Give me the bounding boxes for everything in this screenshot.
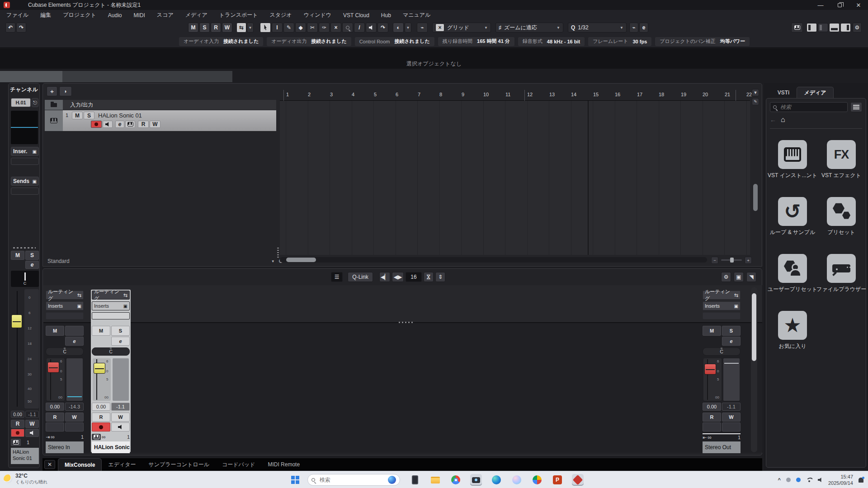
split-tool[interactable]: ✂ <box>307 23 318 33</box>
channel-id-field[interactable]: H.01 <box>11 98 31 107</box>
close-lower-zone-button[interactable]: ✕ <box>44 460 55 469</box>
strip-solo-button[interactable]: S <box>722 326 741 336</box>
inserts-bypass-icon[interactable]: ▣ <box>123 304 127 309</box>
qlink-button[interactable]: Q-Link <box>348 272 373 282</box>
tray-update-icon[interactable] <box>796 478 801 482</box>
routing-rack[interactable]: ルーティング⇆ <box>703 291 741 300</box>
zoom-slider[interactable] <box>721 259 742 261</box>
insert-slot[interactable] <box>703 312 741 319</box>
strip-write-button[interactable]: W <box>65 413 84 422</box>
powerpoint-icon[interactable]: P <box>552 474 563 486</box>
timeline-ruler[interactable]: 1 2 3 4 5 6 7 8 9 10 11 12 13 14 15 16 1… <box>280 89 750 101</box>
tab-media[interactable]: メディア <box>797 87 834 99</box>
inspector-fader-cap[interactable] <box>11 314 22 328</box>
tracklist-divider-handle[interactable] <box>277 248 279 258</box>
strip-fader-cap[interactable] <box>94 363 105 374</box>
autoscroll-button[interactable]: ⇆ <box>236 23 246 33</box>
onscreen-keyboard-button[interactable] <box>791 23 803 33</box>
strip-read-button[interactable]: R <box>703 413 721 422</box>
inspector-gain-value[interactable]: 0.00 <box>11 411 24 418</box>
tab-mixconsole[interactable]: MixConsole <box>58 458 102 471</box>
track-instrument-button[interactable] <box>125 121 135 128</box>
project-cursor[interactable] <box>588 101 589 255</box>
toggle-lower-zone-button[interactable] <box>829 23 840 32</box>
track-record-button[interactable] <box>91 121 102 128</box>
copilot-icon[interactable] <box>511 474 523 486</box>
media-tile-presets[interactable] <box>827 197 856 226</box>
restore-button[interactable] <box>830 0 849 10</box>
routing-rack[interactable]: ルーティング⇆ <box>46 291 84 300</box>
taskbar-search-box[interactable] <box>307 474 400 486</box>
track-solo-button[interactable]: S <box>84 112 94 119</box>
inspector-solo-button[interactable]: S <box>25 251 39 260</box>
zoom-out-button[interactable]: − <box>711 257 718 264</box>
menu-vst-cloud[interactable]: VST Cloud <box>343 12 369 19</box>
channel-name[interactable]: HALion Sonic 01 <box>92 441 130 453</box>
strip-pan-control[interactable]: C <box>703 347 741 356</box>
browser-profile-icon[interactable] <box>531 474 543 486</box>
strip-pan-control[interactable]: C <box>92 347 130 356</box>
strip-write-button[interactable]: W <box>722 413 741 422</box>
quantize-panel-button[interactable]: e <box>639 23 648 33</box>
strip-mute-button[interactable]: M <box>92 326 110 336</box>
track-mute-button[interactable]: M <box>72 112 83 119</box>
vertical-scrollbar[interactable]: ▼ ✎ <box>752 89 759 256</box>
snap-dropdown-icon[interactable]: ▼ <box>484 26 488 30</box>
reset-width-button[interactable]: ◀▏ <box>379 272 390 282</box>
strip-read-button[interactable]: R <box>46 413 64 422</box>
draw-tool[interactable]: ✎ <box>283 23 294 33</box>
visibility-preset-value[interactable]: Standard <box>47 258 70 264</box>
add-track-button[interactable]: ＋ <box>47 86 57 96</box>
strip-gain-value[interactable]: 0.00 <box>92 403 110 411</box>
strip-monitor-button[interactable] <box>111 422 130 432</box>
routing-rack[interactable]: ルーティング⇆ <box>92 291 130 300</box>
iterative-quantize-button[interactable]: ⌁ <box>629 23 638 33</box>
media-tile-favorites[interactable]: ★ <box>778 311 807 340</box>
menu-studio[interactable]: スタジオ <box>270 11 292 19</box>
menu-audio[interactable]: Audio <box>108 12 122 19</box>
inspector-mute-button[interactable]: M <box>11 251 24 260</box>
mute-all-button[interactable]: M <box>188 23 198 33</box>
phone-link-icon[interactable] <box>409 474 421 486</box>
object-selection-tool[interactable] <box>260 23 271 33</box>
ruler-options-button[interactable]: ▼ <box>752 89 759 96</box>
strip-gain-value[interactable]: 0.00 <box>46 403 64 411</box>
erase-tool[interactable]: ◆ <box>295 23 306 33</box>
cubase-taskbar-icon[interactable] <box>572 474 584 486</box>
inserts-bypass-icon[interactable]: ▣ <box>33 149 37 154</box>
strip-edit-button[interactable]: e <box>722 337 741 346</box>
vertical-scroll-thumb[interactable] <box>753 184 758 211</box>
rack-fader-divider[interactable] <box>43 322 762 323</box>
media-tile-vst-effects[interactable]: FX <box>827 140 856 169</box>
inspector-record-button[interactable] <box>11 429 24 437</box>
strip-gain-value[interactable]: 0.00 <box>703 403 721 411</box>
instrument-track-row[interactable]: 1 M S HALion Sonic 01 e R W <box>45 110 276 131</box>
taskbar-search-input[interactable] <box>319 476 373 483</box>
inspector-pan-control[interactable]: C <box>11 271 39 287</box>
file-explorer-icon[interactable] <box>429 474 441 486</box>
zoom-in-button[interactable]: ＋ <box>745 257 752 264</box>
wifi-icon[interactable] <box>806 478 812 482</box>
close-button[interactable]: ✕ <box>849 0 868 10</box>
strip-mute-button[interactable]: M <box>46 326 64 336</box>
track-name[interactable]: HALion Sonic 01 <box>98 112 142 119</box>
tab-editor[interactable]: エディター <box>102 458 142 471</box>
tray-chevron-icon[interactable]: ^ <box>778 477 781 483</box>
snapshot-button[interactable]: ▣ <box>734 272 744 282</box>
strip-pan-control[interactable]: C <box>46 347 84 356</box>
taskbar-weather-widget[interactable]: 32°C くもりのち晴れ <box>4 473 47 485</box>
media-tile-user-presets[interactable] <box>778 254 807 283</box>
line-tool[interactable]: / <box>354 23 365 33</box>
snap-button[interactable]: × <box>435 23 444 32</box>
tray-status-icon[interactable] <box>786 478 791 482</box>
zoom-palette-button[interactable]: ⇕ <box>435 272 445 282</box>
color-dropdown[interactable]: ▼ <box>405 23 411 33</box>
strip-write-button[interactable]: W <box>111 413 130 422</box>
sends-bypass-icon[interactable]: ▣ <box>33 179 37 184</box>
range-selection-tool[interactable]: I <box>272 23 283 33</box>
menu-transport[interactable]: トランスポート <box>219 11 258 19</box>
strip-fader-cap[interactable] <box>704 364 716 375</box>
media-tile-vst-instruments[interactable] <box>778 140 807 169</box>
inspector-monitor-button[interactable] <box>25 429 39 437</box>
inspector-track-name[interactable]: HALion Sonic 01 <box>11 448 39 464</box>
